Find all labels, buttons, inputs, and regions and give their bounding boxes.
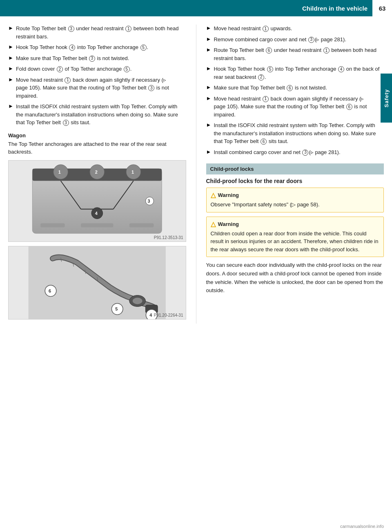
bullet-text: Install the ISOFIX child restraint syste…: [16, 103, 186, 127]
svg-text:3: 3: [147, 198, 150, 203]
child-proof-section: Child-proof locks Child-proof locks for …: [206, 163, 384, 295]
svg-text:6: 6: [49, 288, 51, 293]
svg-text:2: 2: [95, 169, 98, 174]
page-number: 63: [372, 0, 392, 16]
left-column: ► Route Top Tether belt 3 under head res…: [8, 25, 186, 324]
circle-num: 3: [148, 85, 154, 91]
section-header-bar: Child-proof locks: [206, 163, 384, 174]
svg-point-20: [133, 297, 143, 304]
svg-text:4: 4: [95, 210, 98, 215]
bullet-arrow: ►: [8, 76, 13, 83]
list-item: ► Make sure that Top Tether belt 6 is no…: [206, 84, 384, 92]
circle-num: 1: [125, 26, 131, 32]
bullet-arrow: ►: [8, 65, 13, 72]
diagram-bottom-svg: 6 5 4: [9, 246, 186, 319]
bullet-arrow: ►: [8, 25, 13, 31]
svg-rect-15: [40, 223, 65, 227]
bullet-arrow: ►: [206, 36, 212, 42]
bullet-arrow: ►: [206, 95, 212, 101]
bullet-arrow: ►: [8, 44, 13, 50]
bullet-text: Route Top Tether belt 3 under head restr…: [16, 25, 186, 40]
svg-rect-18: [29, 246, 166, 319]
svg-text:4: 4: [149, 313, 152, 317]
circle-num: 3: [89, 56, 95, 62]
list-item: ► Hook Top Tether hook 5 into Top Tether…: [206, 65, 384, 81]
column-divider: [196, 25, 196, 324]
circle-num: 5: [124, 66, 130, 72]
circle-num: 1: [65, 77, 71, 83]
safety-tab: Safety: [381, 74, 392, 123]
diagram-top-label: P91.12-3513-31: [154, 235, 183, 240]
list-item: ► Route Top Tether belt 3 under head res…: [8, 25, 186, 40]
bullet-text: Fold down cover 2 of Top Tether anchorag…: [16, 65, 132, 73]
circle-num: 5: [140, 45, 147, 51]
bullet-text: Move head restraint 1 upwards.: [214, 25, 292, 33]
bullet-arrow: ►: [206, 25, 212, 31]
header-title: Children in the vehicle: [302, 5, 368, 12]
main-content: ► Route Top Tether belt 3 under head res…: [0, 25, 392, 332]
bullet-arrow: ►: [206, 122, 212, 128]
list-item: ► Install combined cargo cover and net 3…: [206, 148, 384, 156]
diagram-bottom: 6 5 4 P91.20-2264-31: [8, 246, 186, 320]
bullet-text: Move head restraint 1 back down again sl…: [16, 76, 186, 100]
circle-num: 5: [267, 66, 273, 72]
header-bar: Children in the vehicle 63: [0, 0, 392, 16]
bullet-text: Install the ISOFIX child restraint syste…: [214, 121, 384, 145]
circle-num: 3: [68, 26, 74, 32]
watermark: carmanualsonline.info: [340, 524, 384, 529]
list-item: ► Move head restraint 1 upwards.: [206, 25, 384, 33]
warning-triangle-icon: △: [211, 191, 216, 199]
svg-rect-16: [81, 223, 113, 227]
diagram-top: 1 2 1 4 3 P91.12-3513-31: [8, 160, 186, 242]
list-item: ► Remove combined cargo cover and net 3(…: [206, 36, 384, 44]
bullet-text: Route Top Tether belt 6 under head restr…: [214, 46, 384, 62]
list-item: ► Move head restraint 1 back down again …: [8, 76, 186, 100]
bullet-text: Move head restraint 1 back down again sl…: [214, 95, 384, 119]
list-item: ► Install the ISOFIX child restraint sys…: [206, 121, 384, 145]
circle-num: 6: [266, 47, 272, 54]
list-item: ► Make sure that Top Tether belt 3 is no…: [8, 54, 186, 63]
bullet-arrow: ►: [206, 149, 212, 155]
circle-num: 2: [258, 74, 264, 80]
footer-text: You can secure each door individually wi…: [206, 261, 384, 295]
list-item: ► Fold down cover 2 of Top Tether anchor…: [8, 65, 186, 73]
warning-title-1: △ Warning: [211, 191, 380, 199]
svg-rect-17: [129, 223, 154, 227]
bullet-text: Hook Top Tether hook 5 into Top Tether a…: [214, 65, 384, 81]
circle-num: 1: [323, 47, 330, 54]
warning-text-2: Children could open a rear door from ins…: [211, 230, 380, 254]
svg-text:5: 5: [115, 306, 118, 311]
circle-num: 2: [57, 66, 63, 72]
warning-box-1: △ Warning Observe "Important safety note…: [206, 188, 384, 212]
circle-num: 1: [263, 96, 269, 102]
svg-text:1: 1: [131, 169, 134, 174]
diagram-bottom-label: P91.20-2264-31: [154, 313, 183, 317]
warning-label-2: Warning: [218, 221, 239, 227]
bullet-text: Make sure that Top Tether belt 3 is not …: [16, 54, 129, 63]
circle-num: 4: [69, 45, 75, 51]
warning-box-2: △ Warning Children could open a rear doo…: [206, 217, 384, 257]
list-item: ► Route Top Tether belt 6 under head res…: [206, 46, 384, 62]
circle-num: 6: [287, 85, 293, 91]
bullet-text: Hook Top Tether hook 4 into Top Tether a…: [16, 43, 148, 51]
bullet-arrow: ►: [8, 103, 13, 109]
bullet-text: Remove combined cargo cover and net 3(▹ …: [214, 36, 346, 44]
circle-num: 6: [261, 139, 267, 145]
list-item: ► Move head restraint 1 back down again …: [206, 95, 384, 119]
list-item: ► Install the ISOFIX child restraint sys…: [8, 103, 186, 127]
bullet-arrow: ►: [8, 55, 13, 61]
bullet-arrow: ►: [206, 65, 212, 72]
circle-num: 1: [263, 26, 269, 32]
svg-text:1: 1: [58, 169, 61, 174]
warning-text-1: Observe "Important safety notes" (▷ page…: [211, 201, 380, 209]
header-title-area: Children in the vehicle: [0, 0, 372, 16]
circle-num: 3: [302, 150, 308, 156]
wagon-subtext: The Top Tether anchorages are attached t…: [8, 140, 186, 156]
bullet-arrow: ►: [206, 84, 212, 90]
bullet-arrow: ►: [206, 47, 212, 53]
circle-num: 4: [338, 66, 344, 72]
section-heading: Child-proof locks for the rear doors: [206, 178, 384, 184]
warning-title-2: △ Warning: [211, 220, 380, 228]
circle-num: 3: [63, 120, 69, 126]
warning-label-1: Warning: [218, 192, 239, 198]
